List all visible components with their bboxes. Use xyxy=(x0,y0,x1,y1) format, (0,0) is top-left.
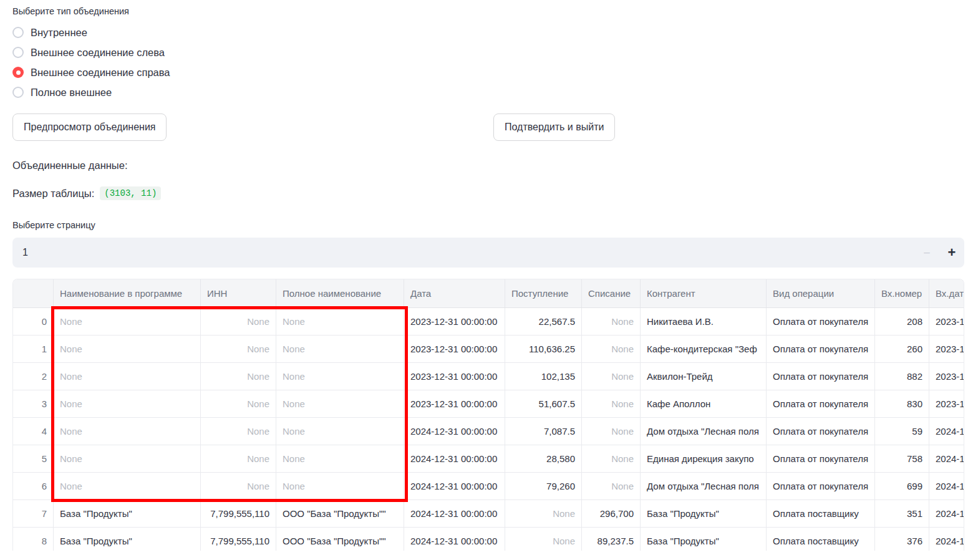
cell-contragent[interactable]: Кафе-кондитерская "Зеф xyxy=(641,336,767,362)
cell-contragent[interactable]: Дом отдыха "Лесная поля xyxy=(641,473,767,500)
cell-inn[interactable]: None xyxy=(201,473,276,500)
cell-expense[interactable]: None xyxy=(582,473,641,500)
cell-indate[interactable]: 2023-12-31 xyxy=(929,390,964,417)
cell-income[interactable]: 7,087.5 xyxy=(505,418,582,445)
cell-indate[interactable]: 2024-12-31 xyxy=(929,418,964,445)
radio-unselected-icon[interactable] xyxy=(12,27,24,38)
cell-optype[interactable]: Оплата от покупателя xyxy=(767,445,875,472)
cell-indate[interactable]: 2023-12-31 xyxy=(929,363,964,390)
column-header-innumber[interactable]: Вх.номер xyxy=(875,279,929,307)
cell-innumber[interactable]: 758 xyxy=(875,445,929,472)
cell-expense[interactable]: None xyxy=(582,445,641,472)
cell-date[interactable]: 2023-12-31 00:00:00 xyxy=(404,308,505,335)
cell-contragent[interactable]: Дом отдыха "Лесная поля xyxy=(641,418,767,445)
column-header-index[interactable] xyxy=(13,279,54,307)
preview-join-button[interactable]: Предпросмотр объединения xyxy=(12,113,167,141)
radio-option-1[interactable]: Внешнее соединение слева xyxy=(12,42,964,62)
column-header-fullname[interactable]: Полное наименование xyxy=(276,279,404,307)
cell-optype[interactable]: Оплата от покупателя xyxy=(767,390,875,417)
cell-name[interactable]: None xyxy=(54,418,201,445)
cell-name[interactable]: None xyxy=(54,473,201,500)
cell-optype[interactable]: Оплата от покупателя xyxy=(767,418,875,445)
radio-unselected-icon[interactable] xyxy=(12,87,24,98)
cell-innumber[interactable]: 376 xyxy=(875,528,929,551)
cell-expense[interactable]: 296,700 xyxy=(582,500,641,527)
radio-option-2[interactable]: Внешнее соединение справа xyxy=(12,62,964,82)
cell-inn[interactable]: None xyxy=(201,336,276,362)
cell-income[interactable]: 102,135 xyxy=(505,363,582,390)
cell-fullname[interactable]: ООО "База "Продукты"" xyxy=(276,500,404,527)
cell-fullname[interactable]: None xyxy=(276,390,404,417)
cell-income[interactable]: 22,567.5 xyxy=(505,308,582,335)
decrement-button[interactable]: – xyxy=(914,238,939,268)
cell-optype[interactable]: Оплата поставщику xyxy=(767,528,875,551)
cell-contragent[interactable]: Никитаева И.В. xyxy=(641,308,767,335)
cell-name[interactable]: None xyxy=(54,363,201,390)
cell-date[interactable]: 2024-12-31 00:00:00 xyxy=(404,528,505,551)
column-header-name[interactable]: Наименование в программе xyxy=(54,279,201,307)
cell-income[interactable]: 79,260 xyxy=(505,473,582,500)
increment-button[interactable]: + xyxy=(939,238,964,268)
column-header-inn[interactable]: ИНН xyxy=(201,279,276,307)
cell-innumber[interactable]: 351 xyxy=(875,500,929,527)
column-header-indate[interactable]: Вх.дата xyxy=(929,279,964,307)
cell-date[interactable]: 2024-12-31 00:00:00 xyxy=(404,445,505,472)
cell-date[interactable]: 2023-12-31 00:00:00 xyxy=(404,363,505,390)
cell-optype[interactable]: Оплата поставщику xyxy=(767,500,875,527)
cell-innumber[interactable]: 882 xyxy=(875,363,929,390)
cell-expense[interactable]: 89,237.5 xyxy=(582,528,641,551)
radio-option-3[interactable]: Полное внешнее xyxy=(12,82,964,102)
cell-inn[interactable]: None xyxy=(201,363,276,390)
cell-date[interactable]: 2024-12-31 00:00:00 xyxy=(404,500,505,527)
cell-contragent[interactable]: База "Продукты" xyxy=(641,500,767,527)
column-header-contragent[interactable]: Контрагент xyxy=(641,279,767,307)
confirm-exit-button[interactable]: Подтвердить и выйти xyxy=(493,113,615,141)
cell-expense[interactable]: None xyxy=(582,418,641,445)
radio-unselected-icon[interactable] xyxy=(12,47,24,58)
cell-contragent[interactable]: База "Продукты" xyxy=(641,528,767,551)
cell-innumber[interactable]: 830 xyxy=(875,390,929,417)
cell-inn[interactable]: None xyxy=(201,308,276,335)
column-header-date[interactable]: Дата xyxy=(404,279,505,307)
cell-optype[interactable]: Оплата от покупателя xyxy=(767,363,875,390)
cell-contragent[interactable]: Аквилон-Трейд xyxy=(641,363,767,390)
cell-expense[interactable]: None xyxy=(582,308,641,335)
column-header-income[interactable]: Поступление xyxy=(505,279,582,307)
row-index-cell[interactable]: 0 xyxy=(13,308,54,335)
cell-expense[interactable]: None xyxy=(582,390,641,417)
page-number-input[interactable]: 1 – + xyxy=(12,238,964,268)
cell-income[interactable]: None xyxy=(505,528,582,551)
cell-name[interactable]: None xyxy=(54,390,201,417)
cell-name[interactable]: База "Продукты" xyxy=(54,500,201,527)
cell-income[interactable]: 28,580 xyxy=(505,445,582,472)
cell-name[interactable]: База "Продукты" xyxy=(54,528,201,551)
radio-selected-icon[interactable] xyxy=(12,67,24,78)
cell-indate[interactable]: 2024-12-31 xyxy=(929,473,964,500)
cell-indate[interactable]: 2023-12-31 xyxy=(929,308,964,335)
cell-indate[interactable]: 2024-12-31 xyxy=(929,500,964,527)
cell-fullname[interactable]: None xyxy=(276,308,404,335)
cell-inn[interactable]: None xyxy=(201,390,276,417)
cell-optype[interactable]: Оплата от покупателя xyxy=(767,473,875,500)
cell-income[interactable]: 110,636.25 xyxy=(505,336,582,362)
column-header-optype[interactable]: Вид операции xyxy=(767,279,875,307)
cell-expense[interactable]: None xyxy=(582,336,641,362)
cell-income[interactable]: None xyxy=(505,500,582,527)
cell-fullname[interactable]: None xyxy=(276,445,404,472)
cell-inn[interactable]: 7,799,555,110 xyxy=(201,500,276,527)
column-header-expense[interactable]: Списание xyxy=(582,279,641,307)
cell-indate[interactable]: 2024-12-31 xyxy=(929,445,964,472)
cell-innumber[interactable]: 59 xyxy=(875,418,929,445)
cell-innumber[interactable]: 260 xyxy=(875,336,929,362)
row-index-cell[interactable]: 8 xyxy=(13,528,54,551)
cell-fullname[interactable]: None xyxy=(276,336,404,362)
cell-optype[interactable]: Оплата от покупателя xyxy=(767,336,875,362)
cell-contragent[interactable]: Кафе Аполлон xyxy=(641,390,767,417)
cell-date[interactable]: 2023-12-31 00:00:00 xyxy=(404,336,505,362)
cell-name[interactable]: None xyxy=(54,308,201,335)
cell-fullname[interactable]: None xyxy=(276,418,404,445)
cell-fullname[interactable]: None xyxy=(276,473,404,500)
row-index-cell[interactable]: 3 xyxy=(13,390,54,417)
cell-indate[interactable]: 2024-12-31 xyxy=(929,528,964,551)
cell-inn[interactable]: 7,799,555,110 xyxy=(201,528,276,551)
